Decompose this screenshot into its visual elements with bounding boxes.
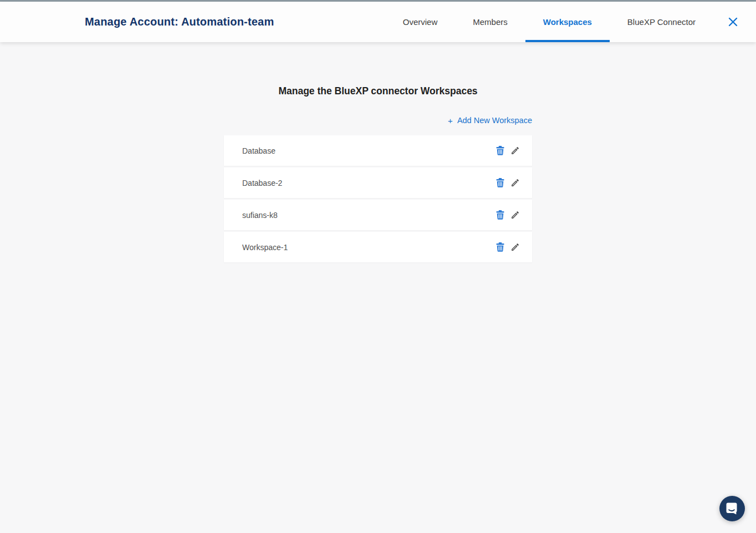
row-actions [494, 242, 520, 253]
tab-overview[interactable]: Overview [385, 2, 456, 42]
row-actions [494, 210, 520, 221]
x-close-icon [728, 17, 738, 27]
delete-workspace-button[interactable] [494, 145, 505, 156]
add-new-workspace-label: Add New Workspace [457, 116, 532, 125]
workspace-panel: + Add New Workspace Database [224, 116, 532, 262]
workspace-list: Database [224, 135, 532, 262]
workspace-row: sufians-k8 [224, 200, 532, 230]
tab-members[interactable]: Members [455, 2, 525, 42]
edit-workspace-button[interactable] [509, 210, 520, 221]
main-content: Manage the BlueXP connector Workspaces +… [0, 42, 756, 262]
pencil-icon [510, 178, 520, 187]
close-icon[interactable] [728, 17, 738, 27]
trash-icon [496, 146, 504, 155]
tab-workspaces[interactable]: Workspaces [525, 2, 610, 42]
edit-workspace-button[interactable] [509, 242, 520, 253]
section-heading: Manage the BlueXP connector Workspaces [0, 85, 756, 97]
add-new-workspace-button[interactable]: + Add New Workspace [448, 116, 532, 125]
workspace-name: Database-2 [242, 179, 282, 187]
edit-workspace-button[interactable] [509, 145, 520, 156]
pencil-icon [510, 242, 520, 252]
header: Manage Account: Automation-team Overview… [0, 2, 756, 42]
pencil-icon [510, 210, 520, 220]
trash-icon [496, 242, 504, 252]
tab-bluexp-connector[interactable]: BlueXP Connector [610, 2, 713, 42]
row-actions [494, 145, 520, 156]
plus-icon: + [448, 116, 453, 125]
trash-icon [496, 210, 504, 220]
add-row: + Add New Workspace [224, 116, 532, 125]
tab-bar: Overview Members Workspaces BlueXP Conne… [385, 2, 713, 42]
workspace-row: Database-2 [224, 167, 532, 198]
edit-workspace-button[interactable] [509, 177, 520, 189]
delete-workspace-button[interactable] [494, 210, 505, 221]
trash-icon [496, 178, 504, 187]
chat-launcher-button[interactable] [719, 496, 745, 521]
workspace-row: Workspace-1 [224, 232, 532, 262]
chat-bubble-icon [726, 502, 739, 515]
workspace-row: Database [224, 135, 532, 166]
pencil-icon [510, 146, 520, 155]
delete-workspace-button[interactable] [494, 177, 505, 189]
row-actions [494, 177, 520, 189]
workspace-name: Database [242, 146, 275, 155]
page-title: Manage Account: Automation-team [85, 16, 274, 28]
workspace-name: Workspace-1 [242, 243, 288, 252]
delete-workspace-button[interactable] [494, 242, 505, 253]
workspace-name: sufians-k8 [242, 211, 278, 220]
